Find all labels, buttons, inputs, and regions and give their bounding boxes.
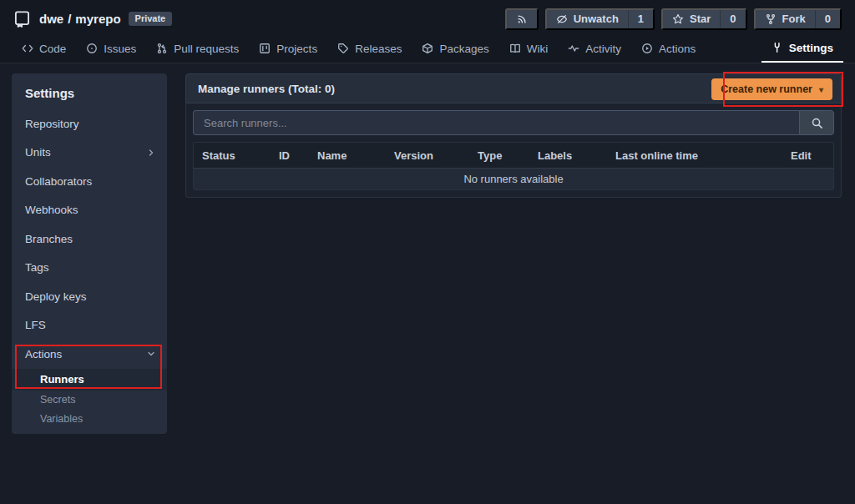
star-label: Star (690, 13, 711, 25)
tools-icon (772, 42, 783, 53)
runners-table: Status ID Name Version Type Labels Last … (193, 142, 834, 190)
col-type: Type (469, 149, 529, 162)
watchers-count[interactable]: 1 (628, 10, 653, 28)
repo-header: dwe / myrepo Private Unwatch 1 (0, 0, 855, 63)
rss-icon (507, 10, 537, 28)
sidebar-title: Settings (12, 73, 167, 109)
repo-name-link[interactable]: myrepo (75, 12, 120, 26)
repo-title-separator: / (68, 12, 71, 26)
runners-panel: Manage runners (Total: 0) Create new run… (185, 73, 842, 198)
col-status: Status (194, 149, 271, 162)
code-icon (22, 43, 33, 54)
search-row (193, 110, 834, 135)
project-board-icon (259, 43, 271, 54)
col-id: ID (271, 149, 309, 162)
sidebar-item-actions[interactable]: Actions (12, 340, 167, 369)
chevron-right-icon (146, 148, 156, 158)
settings-sidebar: Settings Repository Units Collaborators … (12, 73, 167, 434)
sidebar-subitem-secrets[interactable]: Secrets (12, 391, 167, 410)
dropdown-caret-icon: ▾ (819, 85, 823, 94)
search-icon (811, 117, 823, 129)
sidebar-item-lfs[interactable]: LFS (12, 311, 167, 340)
pulse-icon (568, 43, 579, 54)
tab-packages[interactable]: Packages (412, 34, 498, 63)
sidebar-item-collaborators[interactable]: Collaborators (12, 167, 167, 196)
repo-action-buttons: Unwatch 1 Star 0 Fork (505, 8, 842, 30)
repo-title: dwe / myrepo (39, 12, 121, 26)
star-icon (672, 13, 684, 25)
empty-table-message: No runners available (193, 168, 834, 190)
git-pull-request-icon (156, 43, 168, 54)
col-labels: Labels (529, 149, 607, 162)
fork-icon (765, 13, 777, 25)
tab-actions[interactable]: Actions (631, 34, 706, 63)
repo-nav-tabs: Code Issues Pull requests Projects Relea… (0, 34, 855, 63)
create-new-runner-button[interactable]: Create new runner ▾ (711, 78, 832, 100)
repo-icon (13, 10, 31, 28)
repo-owner-link[interactable]: dwe (39, 12, 63, 26)
tab-releases[interactable]: Releases (327, 34, 412, 63)
sidebar-item-deploy-keys[interactable]: Deploy keys (12, 282, 167, 311)
sidebar-item-branches[interactable]: Branches (12, 224, 167, 254)
runners-table-header: Status ID Name Version Type Labels Last … (193, 142, 834, 168)
fork-button[interactable]: Fork 0 (754, 8, 842, 30)
chevron-down-icon (146, 349, 156, 359)
col-version: Version (386, 149, 469, 162)
play-circle-icon (641, 43, 653, 54)
tab-wiki[interactable]: Wiki (499, 34, 559, 63)
tab-code[interactable]: Code (12, 34, 76, 63)
book-icon (509, 43, 521, 54)
visibility-badge: Private (129, 12, 173, 26)
tab-projects[interactable]: Projects (249, 34, 327, 63)
search-button[interactable] (799, 110, 834, 135)
sidebar-item-repository[interactable]: Repository (12, 109, 167, 139)
star-button[interactable]: Star 0 (661, 8, 747, 30)
sidebar-item-webhooks[interactable]: Webhooks (12, 196, 167, 225)
col-last-online-time: Last online time (607, 149, 774, 162)
sidebar-subitem-runners[interactable]: Runners (12, 369, 167, 391)
sidebar-item-units[interactable]: Units (12, 139, 167, 168)
sidebar-item-tags[interactable]: Tags (12, 254, 167, 283)
panel-body: Status ID Name Version Type Labels Last … (185, 103, 842, 198)
tab-activity[interactable]: Activity (558, 34, 631, 63)
tab-pull-requests[interactable]: Pull requests (146, 34, 249, 63)
col-edit: Edit (774, 149, 833, 162)
tab-settings[interactable]: Settings (761, 34, 843, 63)
search-runners-input[interactable] (193, 110, 799, 135)
col-name: Name (309, 149, 386, 162)
tag-icon (337, 43, 349, 54)
unwatch-button[interactable]: Unwatch 1 (545, 8, 655, 30)
repo-title-row: dwe / myrepo Private Unwatch 1 (0, 0, 855, 34)
fork-label: Fork (782, 13, 806, 25)
unwatch-label: Unwatch (574, 13, 619, 25)
tab-issues[interactable]: Issues (76, 34, 146, 63)
stars-count[interactable]: 0 (720, 10, 745, 28)
eye-off-icon (556, 13, 568, 25)
panel-title: Manage runners (Total: 0) (198, 83, 335, 95)
forks-count[interactable]: 0 (815, 10, 840, 28)
rss-button[interactable] (505, 8, 539, 30)
package-icon (422, 43, 433, 54)
issue-opened-icon (86, 43, 98, 54)
sidebar-subitem-variables[interactable]: Variables (12, 410, 167, 429)
